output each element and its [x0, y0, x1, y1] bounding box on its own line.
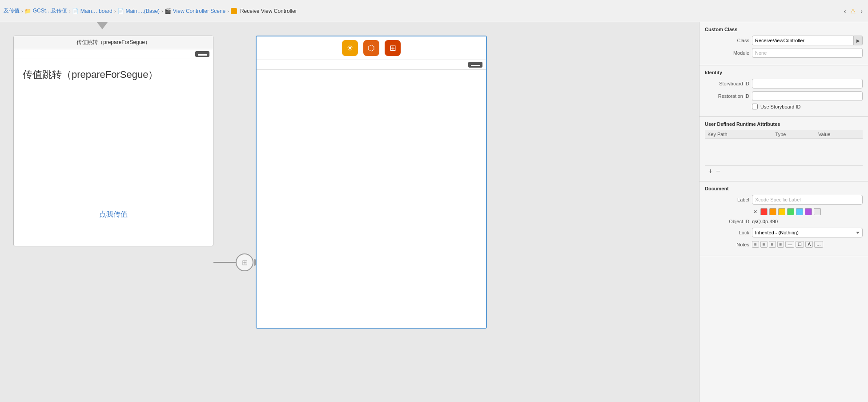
- notes-align-left[interactable]: ≡: [752, 241, 759, 248]
- notes-align-right[interactable]: ≡: [769, 241, 776, 248]
- notes-align-center[interactable]: ≡: [760, 241, 768, 248]
- attributes-table: Key Path Type Value: [705, 130, 863, 165]
- document-title: Document: [705, 186, 863, 191]
- color-swatch-gray[interactable]: [814, 208, 821, 215]
- storyboard-id-input[interactable]: [752, 79, 863, 88]
- vc-icon-5: [231, 8, 237, 14]
- restoration-id-input[interactable]: [752, 91, 863, 101]
- color-row: ✕: [705, 208, 863, 215]
- use-storyboard-checkbox[interactable]: [752, 104, 758, 109]
- right-vc-icons-bar: ☀ ⬡ ⊞: [257, 36, 486, 60]
- left-vc-status-bar: ▬▬: [14, 49, 213, 59]
- use-storyboard-row: Use Storyboard ID: [705, 104, 863, 109]
- doc-label-input[interactable]: [752, 195, 863, 205]
- doc-label-row: Label: [705, 195, 863, 205]
- breadcrumb-item-2[interactable]: 📄 Main….board: [72, 8, 113, 14]
- right-vc-content: [257, 70, 486, 328]
- breadcrumb-sep-2: ›: [114, 8, 116, 14]
- user-defined-title: User Defined Runtime Attributes: [705, 121, 863, 127]
- object-id-label: Object ID: [705, 219, 749, 224]
- restoration-id-label: Restoration ID: [705, 93, 749, 99]
- notes-toolbar: ≡ ≡ ≡ ≡ — ☐ A …: [752, 241, 863, 248]
- col-key-path: Key Path: [705, 130, 773, 139]
- breadcrumb-label-3: Main….(Base): [125, 8, 160, 14]
- vc-icon-red[interactable]: ⊞: [385, 40, 401, 56]
- down-arrow-icon: [97, 22, 108, 29]
- object-id-row: Object ID qsQ-0p-490: [705, 219, 863, 224]
- color-swatch-blue[interactable]: [796, 208, 803, 215]
- notes-dash-btn[interactable]: —: [785, 241, 794, 248]
- vc-icon-orange[interactable]: ⬡: [363, 40, 379, 56]
- breadcrumb-item-1[interactable]: 📁 GCSt…及传值: [25, 7, 67, 15]
- receive-view-controller[interactable]: ☀ ⬡ ⊞ ▬▬: [256, 36, 487, 329]
- down-arrow-container: [89, 22, 116, 29]
- lock-select[interactable]: Inherited - (Nothing): [752, 228, 863, 237]
- breadcrumb-sep-0: ›: [21, 8, 23, 14]
- identity-section: Identity Storyboard ID Restoration ID Us…: [699, 65, 868, 117]
- file-icon-2: 📄: [72, 8, 79, 14]
- col-value: Value: [816, 130, 863, 139]
- left-vc-content: 传值跳转（prepareForSegue） 点我传值: [14, 59, 213, 246]
- vc-icon-yellow[interactable]: ☀: [342, 40, 358, 56]
- class-select-arrow[interactable]: ▶: [854, 36, 863, 45]
- file-icon-3: 📄: [117, 8, 124, 14]
- notes-row: Notes ≡ ≡ ≡ ≡ — ☐ A …: [705, 241, 863, 248]
- breadcrumb-item-4[interactable]: 🎬 View Controller Scene: [165, 8, 226, 14]
- use-storyboard-label: Use Storyboard ID: [760, 104, 800, 109]
- color-swatch-yellow[interactable]: [778, 208, 785, 215]
- click-me-link[interactable]: 点我传值: [99, 210, 128, 219]
- breadcrumb-label-0: 及传值: [4, 7, 20, 15]
- color-swatch-purple[interactable]: [805, 208, 812, 215]
- module-label: Module: [705, 50, 749, 56]
- breadcrumb-item-0[interactable]: 及传值: [4, 7, 20, 15]
- custom-class-section: Custom Class Class ReceiveViewController…: [699, 22, 868, 65]
- breadcrumb-sep-1: ›: [69, 8, 71, 14]
- notes-label: Notes: [705, 242, 749, 247]
- user-defined-section: User Defined Runtime Attributes Key Path…: [699, 117, 868, 181]
- module-row: Module: [705, 48, 863, 58]
- left-view-controller[interactable]: 传值跳转（prepareForSegue） ▬▬ 传值跳转（prepareFor…: [13, 36, 213, 246]
- remove-attribute-btn[interactable]: −: [715, 168, 721, 175]
- class-select[interactable]: ReceiveViewController: [752, 36, 854, 45]
- notes-box-btn[interactable]: ☐: [796, 241, 804, 248]
- color-swatch-orange[interactable]: [769, 208, 776, 215]
- scene-icon-4: 🎬: [165, 8, 171, 14]
- color-swatches: ✕: [752, 208, 863, 215]
- color-x-btn[interactable]: ✕: [752, 209, 759, 215]
- notes-a-btn[interactable]: A: [805, 241, 813, 248]
- color-swatch-green[interactable]: [787, 208, 794, 215]
- canvas-area[interactable]: 传值跳转（prepareForSegue） ▬▬ 传值跳转（prepareFor…: [0, 22, 699, 402]
- add-attribute-btn[interactable]: +: [707, 168, 713, 175]
- breadcrumb-label-1: GCSt…及传值: [33, 7, 67, 15]
- breadcrumb-bar: 及传值 › 📁 GCSt…及传值 › 📄 Main….board › 📄 Mai…: [0, 0, 868, 22]
- color-swatch-red[interactable]: [760, 208, 768, 215]
- object-id-value: qsQ-0p-490: [752, 219, 778, 224]
- notes-ellipsis-btn[interactable]: …: [814, 241, 823, 248]
- breadcrumb-sep-3: ›: [161, 8, 163, 14]
- notes-align-justify[interactable]: ≡: [777, 241, 784, 248]
- warning-icon: ⚠: [850, 8, 856, 15]
- storyboard-id-row: Storyboard ID: [705, 79, 863, 88]
- segue-connector: ⊞: [213, 253, 261, 271]
- attributes-actions: + −: [705, 165, 863, 177]
- breadcrumb-forward-btn[interactable]: ›: [859, 7, 864, 16]
- restoration-id-row: Restoration ID: [705, 91, 863, 101]
- breadcrumb-item-5: Receive View Controller: [231, 8, 297, 14]
- custom-class-title: Custom Class: [705, 27, 863, 32]
- class-label: Class: [705, 38, 749, 43]
- breadcrumb-back-btn[interactable]: ‹: [842, 7, 848, 16]
- left-vc-status-pill: ▬▬: [195, 51, 209, 57]
- breadcrumb-label-2: Main….board: [80, 8, 113, 14]
- breadcrumb-label-5: Receive View Controller: [240, 8, 297, 14]
- inspector-panel: Custom Class Class ReceiveViewController…: [699, 22, 868, 402]
- attributes-empty-row: [705, 139, 863, 165]
- segue-line-left: [213, 262, 236, 263]
- document-section: Document Label ✕ Object: [699, 181, 868, 256]
- right-vc-status-pill: ▬▬: [468, 62, 482, 68]
- lock-row: Lock Inherited - (Nothing): [705, 228, 863, 237]
- breadcrumb-actions: ‹ ⚠ ›: [842, 7, 864, 16]
- storyboard-id-label: Storyboard ID: [705, 81, 749, 86]
- module-input[interactable]: [752, 48, 863, 58]
- breadcrumb-item-3[interactable]: 📄 Main….(Base): [117, 8, 160, 14]
- right-vc-status-bar: ▬▬: [257, 60, 486, 70]
